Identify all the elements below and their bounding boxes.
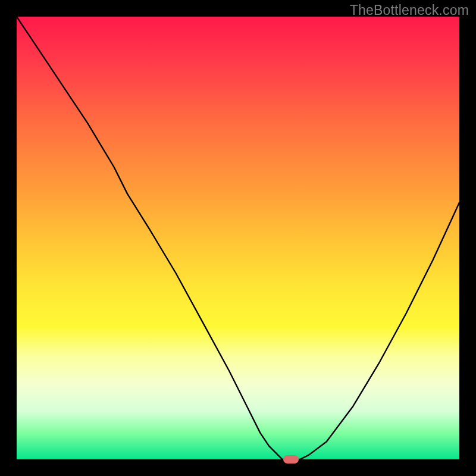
chart-frame: TheBottleneck.com [0,0,476,476]
curve-path [17,17,459,459]
optimal-marker [283,455,299,464]
bottleneck-curve [17,17,459,459]
plot-area [17,17,459,459]
watermark-text: TheBottleneck.com [350,2,469,18]
